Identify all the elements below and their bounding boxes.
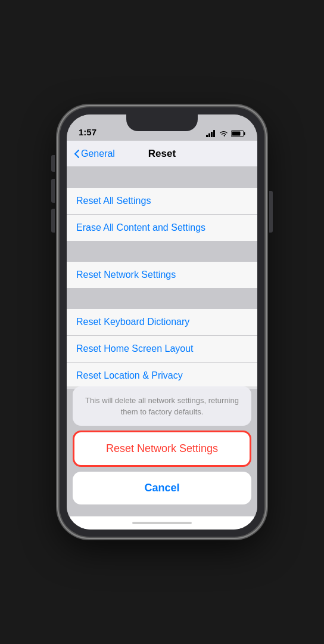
time-display: 1:57 [79, 127, 96, 137]
back-label: General [81, 148, 115, 159]
page-title: Reset [148, 148, 176, 160]
phone-frame: 1:57 [60, 107, 264, 537]
action-sheet-cancel-button[interactable]: Cancel [73, 472, 251, 504]
volume-down-button [51, 209, 55, 233]
svg-rect-1 [208, 134, 210, 138]
wifi-icon [219, 131, 228, 137]
back-button[interactable]: General [74, 148, 115, 159]
erase-all-row[interactable]: Erase All Content and Settings [67, 215, 257, 241]
reset-network-label: Reset Network Settings [76, 270, 176, 280]
settings-group-1: Reset All Settings Erase All Content and… [67, 188, 257, 241]
gap-2 [67, 288, 257, 309]
settings-group-3: Reset Keyboard Dictionary Reset Home Scr… [67, 309, 257, 389]
reset-keyboard-label: Reset Keyboard Dictionary [76, 317, 189, 327]
navigation-bar: General Reset [67, 141, 257, 167]
status-icons [206, 130, 245, 137]
notch [126, 114, 198, 131]
action-sheet-confirm-label: Reset Network Settings [106, 442, 218, 454]
reset-all-settings-row[interactable]: Reset All Settings [67, 188, 257, 215]
svg-rect-6 [232, 132, 241, 136]
home-bar [132, 522, 192, 524]
action-sheet-message-container: This will delete all network settings, r… [73, 386, 251, 426]
signal-icon [206, 130, 216, 137]
reset-location-row[interactable]: Reset Location & Privacy [67, 363, 257, 389]
status-bar: 1:57 [67, 114, 257, 141]
settings-content: Reset All Settings Erase All Content and… [67, 167, 257, 516]
power-button [269, 191, 273, 233]
gap-1 [67, 241, 257, 262]
svg-rect-5 [244, 132, 245, 135]
erase-all-label: Erase All Content and Settings [76, 222, 205, 233]
svg-rect-2 [211, 132, 213, 137]
reset-network-row[interactable]: Reset Network Settings [67, 262, 257, 288]
action-sheet: This will delete all network settings, r… [67, 386, 257, 516]
phone-screen: 1:57 [67, 114, 257, 530]
svg-rect-3 [213, 130, 215, 137]
battery-icon [231, 130, 245, 137]
action-sheet-confirm-button[interactable]: Reset Network Settings [73, 431, 251, 467]
reset-keyboard-row[interactable]: Reset Keyboard Dictionary [67, 309, 257, 336]
home-indicator [67, 516, 257, 530]
top-gap [67, 167, 257, 188]
reset-home-screen-label: Reset Home Screen Layout [76, 343, 194, 354]
silent-switch [51, 155, 55, 172]
reset-location-label: Reset Location & Privacy [76, 370, 183, 381]
action-sheet-cancel-label: Cancel [144, 482, 179, 494]
action-sheet-message-text: This will delete all network settings, r… [85, 396, 239, 416]
reset-home-screen-row[interactable]: Reset Home Screen Layout [67, 336, 257, 363]
reset-all-settings-label: Reset All Settings [76, 196, 151, 206]
settings-group-2: Reset Network Settings [67, 262, 257, 288]
volume-up-button [51, 179, 55, 203]
svg-rect-0 [206, 135, 208, 137]
